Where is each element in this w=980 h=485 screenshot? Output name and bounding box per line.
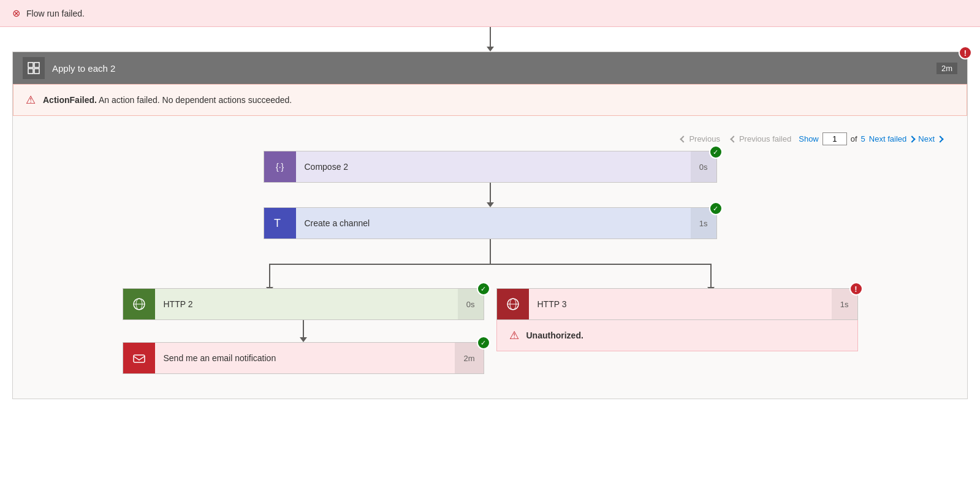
- http2-wrapper: HTTP 2 0s ✓: [123, 288, 484, 320]
- svg-text:T: T: [274, 217, 281, 229]
- chevron-right-next-icon: [936, 136, 943, 142]
- action-failed-banner: ⚠ ActionFailed. An action failed. No dep…: [13, 84, 967, 116]
- apply-each-content: Previous Previous failed Show of 5 Next …: [13, 116, 967, 399]
- http3-error-badge: !: [849, 282, 863, 296]
- compose2-success-badge: ✓: [709, 145, 723, 159]
- flow-diagram: {·} Compose 2 0s ✓: [25, 151, 955, 386]
- chevron-right-next-failed-icon: [909, 136, 916, 142]
- http2-icon: [123, 289, 155, 319]
- create-channel-icon: T: [264, 208, 296, 239]
- apply-each-header[interactable]: Apply to each 2 2m: [13, 52, 967, 84]
- http3-error-message: Unauthorized.: [526, 330, 583, 340]
- connector-1: [487, 183, 494, 207]
- apply-each-title: Apply to each 2: [52, 63, 929, 74]
- send-email-icon: [123, 343, 155, 373]
- http3-label: HTTP 3: [529, 289, 832, 319]
- http2-success-badge: ✓: [477, 282, 490, 296]
- apply-each-duration: 2m: [936, 63, 957, 74]
- action-failed-warning-icon: ⚠: [26, 93, 36, 107]
- create-channel-success-badge: ✓: [709, 202, 723, 215]
- apply-each-error-badge: !: [959, 46, 972, 59]
- chevron-left-icon: [680, 136, 687, 142]
- svg-text:{·}: {·}: [276, 162, 284, 172]
- total-pages: 5: [861, 134, 865, 143]
- next-button[interactable]: Next: [918, 134, 943, 143]
- left-column: HTTP 2 0s ✓: [123, 288, 484, 374]
- http2-step[interactable]: HTTP 2 0s: [123, 288, 484, 320]
- compose2-icon: {·}: [264, 151, 296, 182]
- previous-failed-button[interactable]: Previous failed: [727, 132, 795, 146]
- http3-error-banner: ⚠ Unauthorized.: [496, 320, 858, 351]
- send-email-success-badge: ✓: [477, 336, 490, 349]
- create-channel-label: Create a channel: [296, 208, 691, 239]
- iteration-controls: Previous Previous failed Show of 5 Next …: [25, 122, 955, 151]
- svg-rect-1: [34, 63, 39, 67]
- create-channel-step[interactable]: T Create a channel 1s ✓: [264, 207, 717, 239]
- of-label: of: [851, 134, 857, 143]
- apply-each-block[interactable]: Apply to each 2 2m ! ⚠ ActionFailed. An …: [12, 52, 968, 399]
- compose2-step[interactable]: {·} Compose 2 0s ✓: [264, 151, 717, 183]
- apply-each-icon: [23, 57, 45, 79]
- main-container: Apply to each 2 2m ! ⚠ ActionFailed. An …: [0, 27, 980, 411]
- send-email-step[interactable]: Send me an email notification 2m: [123, 342, 484, 374]
- compose2-label: Compose 2: [296, 151, 691, 182]
- top-connector: [12, 27, 968, 52]
- flow-error-banner: ⊗ Flow run failed.: [0, 0, 980, 27]
- error-circle-icon: ⊗: [12, 7, 20, 19]
- http3-warning-icon: ⚠: [509, 329, 519, 342]
- small-connector-1: [123, 320, 484, 342]
- action-failed-text: ActionFailed. An action failed. No depen…: [43, 95, 292, 105]
- http3-wrapper: HTTP 3 1s !: [496, 288, 858, 320]
- flow-error-text: Flow run failed.: [26, 9, 85, 18]
- previous-button[interactable]: Previous: [677, 132, 724, 146]
- parallel-steps-container: HTTP 2 0s ✓: [123, 288, 858, 374]
- page-input[interactable]: [822, 132, 847, 145]
- right-column: HTTP 3 1s ! ⚠ Unauthorized.: [496, 288, 858, 374]
- split-connector: [123, 239, 858, 288]
- svg-rect-0: [28, 63, 33, 67]
- http2-label: HTTP 2: [155, 289, 458, 319]
- svg-rect-2: [28, 69, 33, 74]
- send-email-wrapper: Send me an email notification 2m ✓: [123, 342, 484, 374]
- svg-rect-3: [34, 69, 39, 74]
- next-failed-button[interactable]: Next failed: [869, 134, 914, 143]
- chevron-left-prev-failed-icon: [730, 136, 737, 142]
- http3-icon: [497, 289, 529, 319]
- show-label: Show: [799, 134, 819, 143]
- http3-step[interactable]: HTTP 3 1s: [496, 288, 858, 320]
- send-email-label: Send me an email notification: [155, 343, 455, 373]
